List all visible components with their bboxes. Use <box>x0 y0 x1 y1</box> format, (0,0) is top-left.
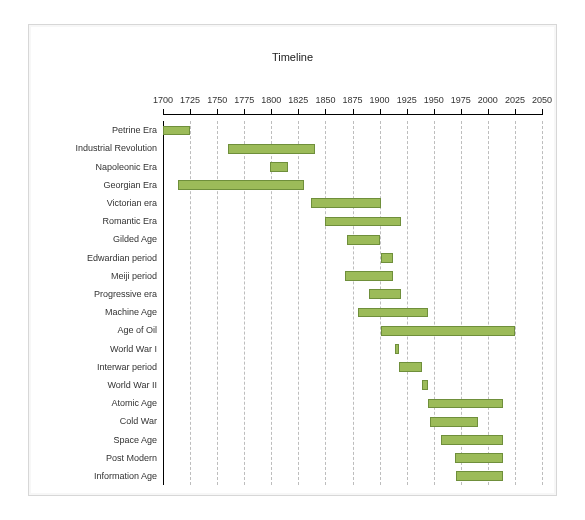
y-axis-label: Gilded Age <box>43 230 163 248</box>
bar-rows <box>163 121 542 485</box>
plot-area <box>163 121 542 485</box>
range-bar <box>441 435 503 445</box>
x-tick <box>244 109 245 115</box>
x-tick-label: 1700 <box>153 95 173 105</box>
bar-row <box>163 248 542 266</box>
x-tick <box>217 109 218 115</box>
range-bar <box>228 144 315 154</box>
y-axis-label: Meiji period <box>43 267 163 285</box>
y-axis-label: Information Age <box>43 467 163 485</box>
range-bar <box>270 162 287 172</box>
chart-title-container: Timeline <box>43 39 542 71</box>
range-bar <box>399 362 422 372</box>
range-bar <box>422 380 428 390</box>
bar-row <box>163 285 542 303</box>
bar-row <box>163 303 542 321</box>
bar-row <box>163 212 542 230</box>
y-axis-label: Victorian era <box>43 194 163 212</box>
y-axis-label: Age of Oil <box>43 321 163 339</box>
x-tick <box>461 109 462 115</box>
chart-area: 1700172517501775180018251850187519001925… <box>43 71 542 485</box>
x-tick-label: 2000 <box>478 95 498 105</box>
y-axis-label: Georgian Era <box>43 176 163 194</box>
range-bar <box>311 198 380 208</box>
y-axis-label: Progressive era <box>43 285 163 303</box>
bar-row <box>163 267 542 285</box>
range-bar <box>369 289 401 299</box>
x-tick <box>325 109 326 115</box>
x-tick-label: 1950 <box>424 95 444 105</box>
x-tick-label: 1975 <box>451 95 471 105</box>
x-tick-label: 1900 <box>370 95 390 105</box>
y-axis-label: Space Age <box>43 430 163 448</box>
range-bar <box>358 308 428 318</box>
x-tick-label: 1850 <box>315 95 335 105</box>
y-axis-label: Edwardian period <box>43 248 163 266</box>
range-bar <box>455 453 503 463</box>
x-tick <box>407 109 408 115</box>
range-bar <box>430 417 478 427</box>
x-tick <box>515 109 516 115</box>
y-axis-label: Romantic Era <box>43 212 163 230</box>
bar-row <box>163 449 542 467</box>
x-tick-label: 2025 <box>505 95 525 105</box>
bar-row <box>163 230 542 248</box>
range-bar <box>163 126 190 136</box>
bar-row <box>163 176 542 194</box>
y-axis-labels: Petrine EraIndustrial RevolutionNapoleon… <box>43 121 163 485</box>
range-bar <box>381 326 515 336</box>
bar-row <box>163 358 542 376</box>
bar-row <box>163 339 542 357</box>
y-axis-label: Cold War <box>43 412 163 430</box>
bar-row <box>163 321 542 339</box>
chart-body: Petrine EraIndustrial RevolutionNapoleon… <box>43 117 542 485</box>
y-axis-label: Atomic Age <box>43 394 163 412</box>
x-tick-label: 1750 <box>207 95 227 105</box>
x-tick-label: 2050 <box>532 95 552 105</box>
x-tick <box>298 109 299 115</box>
y-axis-label: Post Modern <box>43 449 163 467</box>
x-tick-label: 1800 <box>261 95 281 105</box>
chart-title: Timeline <box>43 39 542 63</box>
x-tick <box>163 109 164 115</box>
x-tick <box>353 109 354 115</box>
x-tick-label: 1775 <box>234 95 254 105</box>
x-tick-label: 1825 <box>288 95 308 105</box>
bar-row <box>163 121 542 139</box>
gridline <box>542 121 543 485</box>
y-axis-label: Interwar period <box>43 358 163 376</box>
bar-row <box>163 394 542 412</box>
range-bar <box>381 253 393 263</box>
range-bar <box>395 344 399 354</box>
bar-row <box>163 376 542 394</box>
chart-frame: Timeline 1700172517501775180018251850187… <box>28 24 557 496</box>
bar-row <box>163 194 542 212</box>
x-tick <box>190 109 191 115</box>
page: Timeline 1700172517501775180018251850187… <box>0 0 585 520</box>
y-axis-label: World War I <box>43 339 163 357</box>
y-axis-label: Machine Age <box>43 303 163 321</box>
range-bar <box>345 271 393 281</box>
bar-row <box>163 412 542 430</box>
x-tick <box>434 109 435 115</box>
y-axis-label: Petrine Era <box>43 121 163 139</box>
x-tick <box>380 109 381 115</box>
x-tick <box>488 109 489 115</box>
range-bar <box>178 180 304 190</box>
bar-row <box>163 157 542 175</box>
x-tick <box>542 109 543 115</box>
x-tick <box>271 109 272 115</box>
y-axis-label: Industrial Revolution <box>43 139 163 157</box>
bar-row <box>163 430 542 448</box>
range-bar <box>347 235 379 245</box>
y-axis-label: World War II <box>43 376 163 394</box>
x-tick-label: 1725 <box>180 95 200 105</box>
x-tick-label: 1875 <box>342 95 362 105</box>
range-bar <box>456 471 503 481</box>
bar-row <box>163 139 542 157</box>
range-bar <box>428 399 503 409</box>
range-bar <box>325 217 401 227</box>
x-axis-labels: 1700172517501775180018251850187519001925… <box>43 95 542 111</box>
y-axis-label: Napoleonic Era <box>43 157 163 175</box>
bar-row <box>163 467 542 485</box>
